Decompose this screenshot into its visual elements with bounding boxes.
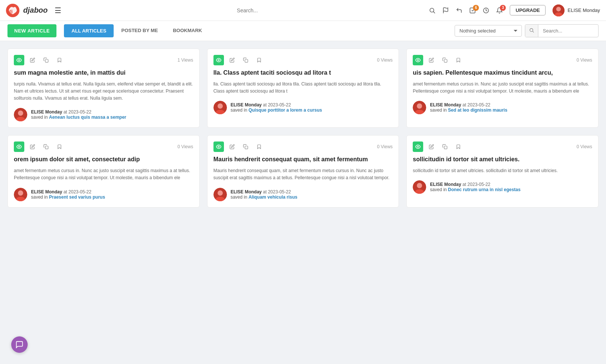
- copy-button[interactable]: [240, 55, 251, 65]
- user-area[interactable]: ELISE Monday: [553, 4, 600, 16]
- hamburger-menu[interactable]: ☰: [55, 6, 61, 15]
- copy-button[interactable]: [41, 55, 51, 65]
- view-button[interactable]: [213, 141, 224, 152]
- upgrade-button[interactable]: UPGRADE: [510, 5, 546, 16]
- copy-button[interactable]: [41, 141, 51, 152]
- logo-area: dj djaboo ☰: [6, 4, 66, 17]
- tab-posted-by-me[interactable]: POSTED BY ME: [114, 24, 165, 38]
- svg-text:dj: dj: [9, 9, 13, 13]
- saved-in-link[interactable]: Quisque porttitor a lorem a cursus: [249, 108, 322, 113]
- chat-bubble[interactable]: [11, 336, 28, 353]
- article-body: sollicitudin id tortor sit amet ultricie…: [413, 167, 592, 174]
- logo-text: djaboo: [23, 6, 48, 15]
- flag-icon-btn[interactable]: [442, 7, 449, 14]
- view-button[interactable]: [413, 55, 423, 65]
- tasks-badge: 6: [473, 5, 479, 11]
- article-card: 0 Views Mauris hendrerit consequat quam,…: [207, 135, 399, 207]
- view-button[interactable]: [413, 141, 423, 152]
- saved-in-link[interactable]: Praesent sed varius purus: [49, 195, 105, 200]
- author-name: ELISE Monday at 2023-05-22: [31, 109, 126, 115]
- svg-point-2: [430, 8, 434, 12]
- saved-in: saved in Praesent sed varius purus: [31, 195, 105, 200]
- article-body: amet fermentum metus cursus in. Nunc ac …: [413, 81, 592, 95]
- author-info: ELISE Monday at 2023-05-22 saved in Aliq…: [231, 189, 298, 200]
- tab-all-articles[interactable]: ALL ARTICLES: [64, 24, 114, 37]
- author-name: ELISE Monday at 2023-05-22: [430, 102, 507, 108]
- copy-button[interactable]: [440, 55, 450, 65]
- svg-point-7: [556, 7, 561, 11]
- svg-rect-37: [444, 146, 447, 149]
- tab-bookmark[interactable]: BOOKMARK: [165, 24, 209, 38]
- edit-button[interactable]: [227, 141, 237, 152]
- view-button[interactable]: [213, 55, 224, 65]
- card-footer: ELISE Monday at 2023-05-22 saved in Aene…: [14, 108, 193, 121]
- view-button[interactable]: [14, 55, 24, 65]
- svg-point-34: [218, 190, 223, 196]
- svg-line-10: [533, 31, 534, 32]
- author-info: ELISE Monday at 2023-05-22 saved in Aene…: [31, 109, 126, 120]
- article-body: Mauris hendrerit consequat quam, sit ame…: [213, 167, 393, 181]
- saved-in: saved in Quisque porttitor a lorem a cur…: [231, 108, 322, 113]
- saved-in: saved in Donec rutrum urna in nisl egest…: [430, 187, 520, 192]
- author-avatar: [213, 188, 227, 201]
- tasks-icon-btn[interactable]: 6: [469, 7, 476, 14]
- views-label: 0 Views: [178, 144, 193, 149]
- views-label: 0 Views: [377, 57, 393, 63]
- bookmark-button[interactable]: [54, 141, 65, 152]
- bookmark-button[interactable]: [254, 55, 264, 65]
- user-name: ELISE Monday: [567, 7, 600, 13]
- saved-in: saved in Aliquam vehicula risus: [231, 195, 298, 200]
- header-search-input[interactable]: [173, 7, 322, 13]
- author-avatar: [14, 108, 27, 121]
- edit-button[interactable]: [426, 55, 437, 65]
- edit-button[interactable]: [227, 55, 237, 65]
- bookmark-button[interactable]: [54, 55, 65, 65]
- saved-in-link[interactable]: Aenean luctus quis massa a semper: [49, 115, 126, 120]
- svg-line-3: [434, 12, 435, 13]
- new-article-button[interactable]: NEW ARTICLE: [7, 24, 56, 37]
- svg-point-19: [218, 103, 223, 109]
- article-card: 1 Views sum magna molestie ante, in matt…: [7, 49, 200, 128]
- article-title: lla. Class aptent taciti sociosqu ad lit…: [213, 69, 393, 77]
- bookmark-button[interactable]: [453, 55, 464, 65]
- svg-point-36: [418, 146, 419, 148]
- article-card: 0 Views uis sapien. Pellentesque maximus…: [406, 49, 599, 128]
- svg-point-16: [218, 59, 219, 61]
- filter-area: Nothing selected: [455, 24, 599, 37]
- svg-point-31: [218, 146, 219, 148]
- search-icon-btn[interactable]: [429, 7, 436, 14]
- saved-in-link[interactable]: Sed at leo dignissim mauris: [448, 108, 507, 113]
- svg-point-21: [418, 59, 419, 61]
- edit-button[interactable]: [27, 141, 38, 152]
- card-actions: [14, 55, 65, 65]
- bookmark-button[interactable]: [254, 141, 264, 152]
- views-label: 0 Views: [377, 144, 393, 149]
- edit-button[interactable]: [27, 55, 38, 65]
- views-label: 1 Views: [178, 57, 193, 63]
- saved-in: saved in Sed at leo dignissim mauris: [430, 108, 507, 113]
- views-label: 0 Views: [576, 144, 592, 149]
- filter-search-input[interactable]: [538, 25, 598, 36]
- card-actions: [213, 55, 264, 65]
- copy-button[interactable]: [240, 141, 251, 152]
- reply-icon-btn[interactable]: [456, 7, 462, 14]
- author-avatar: [14, 188, 27, 201]
- toolbar: NEW ARTICLE ALL ARTICLES POSTED BY ME BO…: [0, 21, 606, 41]
- edit-button[interactable]: [426, 141, 437, 152]
- article-card: 0 Views sollicitudin id tortor sit amet …: [406, 135, 599, 207]
- filter-search-wrap: [525, 24, 599, 37]
- author-info: ELISE Monday at 2023-05-22 saved in Quis…: [231, 102, 322, 113]
- card-top: 0 Views: [14, 141, 193, 152]
- bell-icon-btn[interactable]: 3: [496, 7, 503, 14]
- article-title: orem ipsum dolor sit amet, consectetur a…: [14, 156, 193, 164]
- bookmark-button[interactable]: [453, 141, 464, 152]
- view-button[interactable]: [14, 141, 24, 152]
- filter-select[interactable]: Nothing selected: [455, 25, 522, 37]
- clock-icon-btn[interactable]: [483, 7, 489, 14]
- saved-in-link[interactable]: Aliquam vehicula risus: [249, 195, 298, 200]
- author-name: ELISE Monday at 2023-05-22: [231, 102, 322, 108]
- saved-in-link[interactable]: Donec rutrum urna in nisl egestas: [448, 187, 520, 192]
- article-card: 0 Views orem ipsum dolor sit amet, conse…: [7, 135, 200, 207]
- author-name: ELISE Monday at 2023-05-22: [430, 182, 520, 187]
- copy-button[interactable]: [440, 141, 450, 152]
